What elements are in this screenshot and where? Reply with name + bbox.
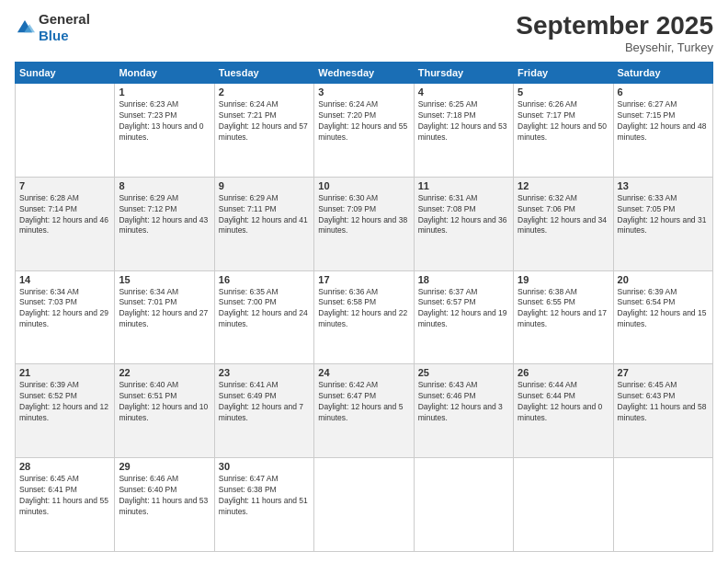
calendar-cell: 16Sunrise: 6:35 AMSunset: 7:00 PMDayligh… [214, 270, 313, 364]
calendar-cell: 20Sunrise: 6:39 AMSunset: 6:54 PMDayligh… [613, 270, 712, 364]
cell-info: Sunrise: 6:38 AMSunset: 6:55 PMDaylight:… [518, 287, 609, 331]
day-number: 12 [518, 180, 609, 191]
day-number: 2 [219, 86, 310, 98]
cell-info: Sunrise: 6:29 AMSunset: 7:11 PMDaylight:… [219, 193, 310, 237]
calendar-cell: 26Sunrise: 6:44 AMSunset: 6:44 PMDayligh… [514, 364, 613, 458]
calendar-cell: 5Sunrise: 6:26 AMSunset: 7:17 PMDaylight… [514, 84, 613, 178]
calendar-cell: 28Sunrise: 6:45 AMSunset: 6:41 PMDayligh… [16, 458, 115, 552]
weekday-header-tuesday: Tuesday [214, 63, 313, 84]
logo-icon [15, 17, 35, 38]
weekday-header-friday: Friday [514, 63, 613, 84]
cell-info: Sunrise: 6:28 AMSunset: 7:14 PMDaylight:… [19, 193, 110, 237]
day-number: 15 [119, 274, 210, 285]
cell-info: Sunrise: 6:40 AMSunset: 6:51 PMDaylight:… [119, 380, 210, 424]
day-number: 9 [219, 180, 310, 191]
day-number: 27 [618, 367, 709, 378]
weekday-header-saturday: Saturday [613, 63, 712, 84]
location: Beysehir, Turkey [516, 40, 713, 54]
calendar-cell: 1Sunrise: 6:23 AMSunset: 7:23 PMDaylight… [115, 84, 214, 178]
day-number: 19 [518, 274, 609, 285]
day-number: 18 [418, 274, 509, 285]
calendar-cell: 22Sunrise: 6:40 AMSunset: 6:51 PMDayligh… [115, 364, 214, 458]
calendar-cell: 29Sunrise: 6:46 AMSunset: 6:40 PMDayligh… [115, 458, 214, 552]
week-row-0: 1Sunrise: 6:23 AMSunset: 7:23 PMDaylight… [16, 84, 713, 178]
cell-info: Sunrise: 6:39 AMSunset: 6:54 PMDaylight:… [618, 287, 709, 331]
logo-text: General Blue [39, 11, 90, 44]
calendar-cell: 4Sunrise: 6:25 AMSunset: 7:18 PMDaylight… [414, 84, 513, 178]
logo-general: General [39, 11, 90, 27]
cell-info: Sunrise: 6:27 AMSunset: 7:15 PMDaylight:… [618, 99, 709, 144]
cell-info: Sunrise: 6:34 AMSunset: 7:01 PMDaylight:… [119, 287, 210, 331]
calendar-cell: 8Sunrise: 6:29 AMSunset: 7:12 PMDaylight… [115, 177, 214, 270]
cell-info: Sunrise: 6:45 AMSunset: 6:43 PMDaylight:… [618, 380, 709, 424]
cell-info: Sunrise: 6:46 AMSunset: 6:40 PMDaylight:… [119, 474, 210, 518]
calendar-cell: 15Sunrise: 6:34 AMSunset: 7:01 PMDayligh… [115, 270, 214, 364]
calendar-cell [514, 458, 613, 552]
calendar-cell: 19Sunrise: 6:38 AMSunset: 6:55 PMDayligh… [514, 270, 613, 364]
day-number: 29 [119, 461, 210, 472]
calendar-cell: 23Sunrise: 6:41 AMSunset: 6:49 PMDayligh… [214, 364, 313, 458]
day-number: 24 [318, 367, 409, 378]
day-number: 13 [618, 180, 709, 191]
calendar-table: SundayMondayTuesdayWednesdayThursdayFrid… [15, 62, 713, 552]
weekday-header-thursday: Thursday [414, 63, 513, 84]
day-number: 1 [119, 86, 210, 98]
calendar-cell: 27Sunrise: 6:45 AMSunset: 6:43 PMDayligh… [613, 364, 712, 458]
month-title: September 2025 [516, 11, 713, 40]
day-number: 25 [418, 367, 509, 378]
cell-info: Sunrise: 6:23 AMSunset: 7:23 PMDaylight:… [119, 99, 210, 144]
cell-info: Sunrise: 6:45 AMSunset: 6:41 PMDaylight:… [19, 474, 110, 518]
calendar-cell: 6Sunrise: 6:27 AMSunset: 7:15 PMDaylight… [613, 84, 712, 178]
calendar-cell: 7Sunrise: 6:28 AMSunset: 7:14 PMDaylight… [16, 177, 115, 270]
calendar-cell: 12Sunrise: 6:32 AMSunset: 7:06 PMDayligh… [514, 177, 613, 270]
cell-info: Sunrise: 6:47 AMSunset: 6:38 PMDaylight:… [219, 474, 310, 518]
cell-info: Sunrise: 6:31 AMSunset: 7:08 PMDaylight:… [418, 193, 509, 237]
cell-info: Sunrise: 6:42 AMSunset: 6:47 PMDaylight:… [318, 380, 409, 424]
calendar-cell: 30Sunrise: 6:47 AMSunset: 6:38 PMDayligh… [214, 458, 313, 552]
calendar-cell: 21Sunrise: 6:39 AMSunset: 6:52 PMDayligh… [16, 364, 115, 458]
calendar-cell: 11Sunrise: 6:31 AMSunset: 7:08 PMDayligh… [414, 177, 513, 270]
header: General Blue September 2025 Beysehir, Tu… [15, 11, 713, 54]
calendar-cell: 14Sunrise: 6:34 AMSunset: 7:03 PMDayligh… [16, 270, 115, 364]
cell-info: Sunrise: 6:35 AMSunset: 7:00 PMDaylight:… [219, 287, 310, 331]
week-row-1: 7Sunrise: 6:28 AMSunset: 7:14 PMDaylight… [16, 177, 713, 270]
day-number: 5 [518, 86, 609, 98]
day-number: 22 [119, 367, 210, 378]
calendar-cell: 18Sunrise: 6:37 AMSunset: 6:57 PMDayligh… [414, 270, 513, 364]
cell-info: Sunrise: 6:32 AMSunset: 7:06 PMDaylight:… [518, 193, 609, 237]
cell-info: Sunrise: 6:36 AMSunset: 6:58 PMDaylight:… [318, 287, 409, 331]
cell-info: Sunrise: 6:44 AMSunset: 6:44 PMDaylight:… [518, 380, 609, 424]
weekday-header-wednesday: Wednesday [314, 63, 414, 84]
logo: General Blue [15, 11, 90, 44]
day-number: 10 [318, 180, 409, 191]
weekday-header-row: SundayMondayTuesdayWednesdayThursdayFrid… [16, 63, 713, 84]
cell-info: Sunrise: 6:41 AMSunset: 6:49 PMDaylight:… [219, 380, 310, 424]
week-row-2: 14Sunrise: 6:34 AMSunset: 7:03 PMDayligh… [16, 270, 713, 364]
day-number: 8 [119, 180, 210, 191]
day-number: 7 [19, 180, 110, 191]
calendar-cell [414, 458, 513, 552]
cell-info: Sunrise: 6:43 AMSunset: 6:46 PMDaylight:… [418, 380, 509, 424]
calendar-cell: 17Sunrise: 6:36 AMSunset: 6:58 PMDayligh… [314, 270, 414, 364]
day-number: 6 [618, 86, 709, 98]
cell-info: Sunrise: 6:30 AMSunset: 7:09 PMDaylight:… [318, 193, 409, 237]
day-number: 16 [219, 274, 310, 285]
calendar-cell: 13Sunrise: 6:33 AMSunset: 7:05 PMDayligh… [613, 177, 712, 270]
page: General Blue September 2025 Beysehir, Tu… [0, 0, 728, 563]
day-number: 20 [618, 274, 709, 285]
calendar-cell: 24Sunrise: 6:42 AMSunset: 6:47 PMDayligh… [314, 364, 414, 458]
day-number: 3 [318, 86, 409, 98]
cell-info: Sunrise: 6:34 AMSunset: 7:03 PMDaylight:… [19, 287, 110, 331]
calendar-cell: 2Sunrise: 6:24 AMSunset: 7:21 PMDaylight… [214, 84, 313, 178]
day-number: 30 [219, 461, 310, 472]
title-block: September 2025 Beysehir, Turkey [516, 11, 713, 54]
day-number: 21 [19, 367, 110, 378]
day-number: 28 [19, 461, 110, 472]
cell-info: Sunrise: 6:24 AMSunset: 7:21 PMDaylight:… [219, 99, 310, 144]
calendar-cell: 25Sunrise: 6:43 AMSunset: 6:46 PMDayligh… [414, 364, 513, 458]
day-number: 26 [518, 367, 609, 378]
calendar-cell: 3Sunrise: 6:24 AMSunset: 7:20 PMDaylight… [314, 84, 414, 178]
week-row-4: 28Sunrise: 6:45 AMSunset: 6:41 PMDayligh… [16, 458, 713, 552]
calendar-cell [16, 84, 115, 178]
day-number: 4 [418, 86, 509, 98]
